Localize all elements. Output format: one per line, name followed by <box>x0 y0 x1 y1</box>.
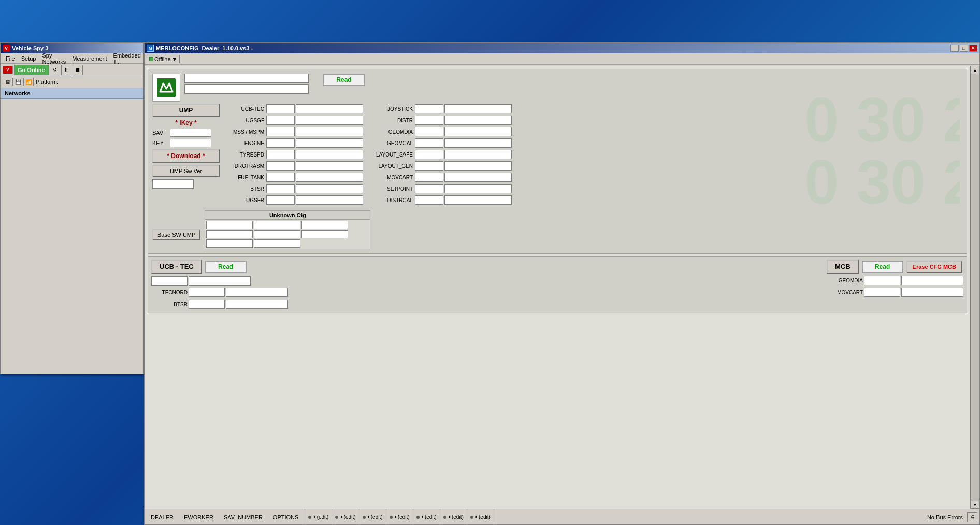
param-layout-safe-val2[interactable] <box>444 150 512 159</box>
menu-embedded[interactable]: Embedded T... <box>110 51 144 66</box>
param-ugsfr-val2[interactable] <box>296 195 363 205</box>
ucb-tec-tecnord-val2[interactable] <box>226 288 288 297</box>
param-geomdia-val1[interactable] <box>415 127 443 136</box>
scroll-down-button[interactable]: ▼ <box>971 501 979 509</box>
mcb-header-button[interactable]: MCB <box>827 260 859 274</box>
mcb-geomdia-val1[interactable] <box>864 276 900 285</box>
edit-cell-7[interactable]: • (edit) <box>467 509 494 524</box>
cfg-input-3-2[interactable] <box>254 239 300 248</box>
param-btsr-val1[interactable] <box>266 184 295 193</box>
ucb-tec-tecnord-val1[interactable] <box>189 288 225 297</box>
tab-sav-number[interactable]: SAV_NUMBER <box>222 513 265 521</box>
param-geomdia-val2[interactable] <box>444 127 512 136</box>
param-ugsfr-val1[interactable] <box>266 195 295 205</box>
param-mssmspm-val1[interactable] <box>266 127 295 136</box>
mcb-geomdia-val2[interactable] <box>901 276 963 285</box>
key-input[interactable] <box>170 139 211 147</box>
ump-sw-ver-field[interactable] <box>152 179 194 189</box>
param-tyrespd-val2[interactable] <box>296 150 363 159</box>
ucb-tec-input-1[interactable] <box>151 276 188 286</box>
sav-input[interactable] <box>170 129 211 137</box>
edit-cell-1[interactable]: • (edit) <box>305 509 332 524</box>
ump-button[interactable]: UMP <box>152 104 220 117</box>
offline-button[interactable]: Offline ▼ <box>147 55 180 63</box>
minimize-button[interactable]: _ <box>950 45 959 52</box>
param-setpoint-val1[interactable] <box>415 184 443 193</box>
param-geomcal-val2[interactable] <box>444 138 512 148</box>
toolbar-icon-1[interactable]: V <box>3 66 13 74</box>
param-engine-val2[interactable] <box>296 138 363 148</box>
cfg-input-1-1[interactable] <box>206 221 253 229</box>
edit-cell-3[interactable]: • (edit) <box>359 509 386 524</box>
go-online-button[interactable]: Go Online <box>14 65 49 75</box>
param-tyrespd-val1[interactable] <box>266 150 295 159</box>
menu-measurement[interactable]: Measurement <box>69 54 110 63</box>
scroll-up-button[interactable]: ▲ <box>971 66 979 74</box>
edit-cell-2[interactable]: • (edit) <box>332 509 359 524</box>
cfg-input-2-2[interactable] <box>254 230 300 238</box>
ump-read-button[interactable]: Read <box>323 74 365 86</box>
platform-icon2[interactable]: 💾 <box>13 78 23 86</box>
param-ucbtec-val1[interactable] <box>266 104 295 113</box>
mcb-movcart-val1[interactable] <box>864 288 900 297</box>
platform-icon1[interactable]: 🖥 <box>3 78 13 86</box>
ump-text-field-2[interactable] <box>184 84 309 94</box>
param-engine-val1[interactable] <box>266 138 295 148</box>
ump-text-field-1[interactable] <box>184 74 309 83</box>
param-distr-val2[interactable] <box>444 116 512 125</box>
cfg-input-3-1[interactable] <box>206 239 253 248</box>
cfg-input-1-2[interactable] <box>254 221 300 229</box>
param-movcart-val2[interactable] <box>444 173 512 182</box>
param-ugsgf-val2[interactable] <box>296 116 363 125</box>
base-sw-ump-button[interactable]: Base SW UMP <box>152 229 200 240</box>
download-button[interactable]: * Download * <box>152 149 220 163</box>
ucb-tec-btsr-val1[interactable] <box>189 300 225 309</box>
toolbar-stop-btn[interactable]: ⏹ <box>73 65 83 75</box>
cfg-input-2-3[interactable] <box>301 230 348 238</box>
param-distrcal-val2[interactable] <box>444 195 512 205</box>
param-idrotrasm-val2[interactable] <box>296 161 363 171</box>
param-distr-val1[interactable] <box>415 116 443 125</box>
mcb-read-button[interactable]: Read <box>862 261 903 273</box>
param-mssmspm-val2[interactable] <box>296 127 363 136</box>
ump-sw-ver-button[interactable]: UMP Sw Ver <box>152 165 220 177</box>
menu-spy-networks[interactable]: Spy Networks <box>39 51 69 66</box>
param-movcart-val1[interactable] <box>415 173 443 182</box>
param-idrotrasm-val1[interactable] <box>266 161 295 171</box>
cfg-input-2-1[interactable] <box>206 230 253 238</box>
param-joystick-val1[interactable] <box>415 104 443 113</box>
toolbar-refresh-btn[interactable]: ↺ <box>50 65 60 75</box>
param-setpoint-val2[interactable] <box>444 184 512 193</box>
param-distrcal-val1[interactable] <box>415 195 443 205</box>
param-ugsgf-val1[interactable] <box>266 116 295 125</box>
vertical-scrollbar[interactable]: ▲ ▼ <box>970 66 979 509</box>
param-layout-gen-val2[interactable] <box>444 161 512 171</box>
toolbar-pause-btn[interactable]: ⏸ <box>61 65 71 75</box>
menu-setup[interactable]: Setup <box>18 54 39 63</box>
status-print-icon[interactable]: 🖨 <box>967 512 977 522</box>
menu-file[interactable]: File <box>3 54 18 63</box>
param-layout-gen-val1[interactable] <box>415 161 443 171</box>
param-fueltank-val2[interactable] <box>296 173 363 182</box>
param-layout-safe-val1[interactable] <box>415 150 443 159</box>
param-geomcal-val1[interactable] <box>415 138 443 148</box>
ucb-tec-btsr-val2[interactable] <box>226 300 288 309</box>
maximize-button[interactable]: □ <box>960 45 968 52</box>
tab-eworker[interactable]: EWORKER <box>182 513 215 521</box>
mcb-movcart-val2[interactable] <box>901 288 963 297</box>
edit-cell-4[interactable]: • (edit) <box>386 509 413 524</box>
param-ucbtec-val2[interactable] <box>296 104 363 113</box>
close-button[interactable]: ✕ <box>969 45 977 52</box>
ucb-tec-input-2[interactable] <box>189 276 251 286</box>
tab-dealer[interactable]: DEALER <box>149 513 176 521</box>
param-fueltank-val1[interactable] <box>266 173 295 182</box>
erase-cfg-mcb-button[interactable]: Erase CFG MCB <box>906 261 962 273</box>
edit-cell-5[interactable]: • (edit) <box>413 509 440 524</box>
scroll-track-v[interactable] <box>971 74 979 501</box>
tab-options[interactable]: OPTIONS <box>271 513 301 521</box>
param-joystick-val2[interactable] <box>444 104 512 113</box>
ucb-tec-header-button[interactable]: UCB - TEC <box>151 260 202 274</box>
cfg-input-1-3[interactable] <box>301 221 348 229</box>
edit-cell-6[interactable]: • (edit) <box>440 509 467 524</box>
param-btsr-val2[interactable] <box>296 184 363 193</box>
